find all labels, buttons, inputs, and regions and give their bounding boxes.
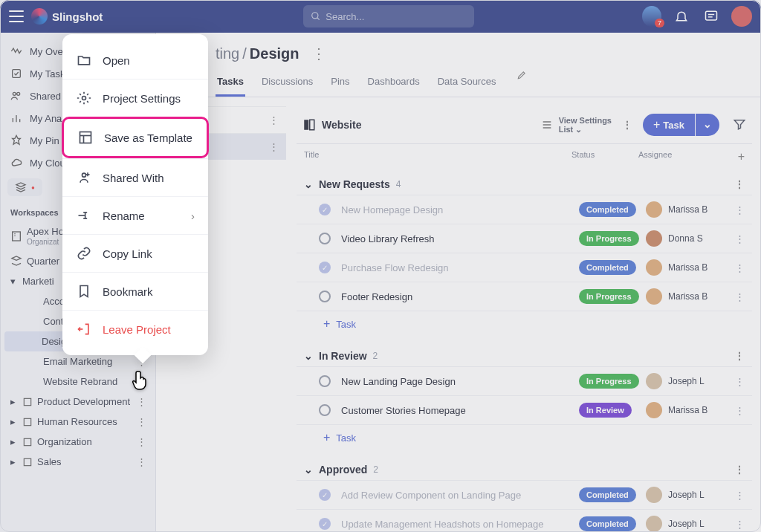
avatar-icon	[646, 516, 662, 532]
more-icon[interactable]: ⋮	[268, 114, 280, 126]
svg-point-27	[82, 173, 86, 177]
breadcrumb-more-icon[interactable]: ⋮	[311, 45, 326, 62]
plus-icon: +	[323, 317, 330, 331]
workspace-switcher[interactable]: ●	[7, 178, 42, 196]
assignee: Joseph L	[646, 516, 735, 532]
new-task-dropdown[interactable]: ⌄	[696, 114, 719, 136]
bell-icon[interactable]	[672, 7, 691, 26]
app-name: Slingshot	[52, 10, 103, 23]
task-row[interactable]: Purchase Flow RedesignCompletedMarissa B…	[297, 253, 752, 282]
task-title: New Homepage Design	[341, 204, 579, 215]
task-row[interactable]: Customer Stories HomepageIn ReviewMariss…	[297, 395, 752, 424]
tree-sales[interactable]: ▸ Sales ⋮	[0, 452, 155, 472]
top-bar: Slingshot Search... 7	[0, 0, 761, 33]
tree-more-icon[interactable]: ⋮	[135, 396, 148, 407]
chevron-down-icon: ⌄	[304, 350, 313, 362]
add-column-icon[interactable]: +	[738, 150, 745, 163]
list-header: Title Status Assignee +	[297, 144, 752, 169]
tab-discussions[interactable]: Discussions	[260, 70, 314, 97]
assignee: Marissa B	[646, 259, 735, 276]
app-logo[interactable]: Slingshot	[31, 8, 103, 25]
avatar-icon	[646, 402, 662, 418]
add-task-button[interactable]: +Task	[297, 311, 752, 337]
svg-rect-24	[80, 132, 91, 143]
edit-tabs-icon[interactable]	[516, 70, 527, 97]
chat-icon[interactable]	[702, 7, 721, 26]
task-row[interactable]: Video Library RefreshIn ProgressDonna S⋮	[297, 224, 752, 253]
row-more-icon[interactable]: ⋮	[735, 490, 745, 501]
board-icon	[302, 118, 316, 132]
view-settings[interactable]: View Settings List ⌄	[559, 116, 612, 134]
tab-data-sources[interactable]: Data Sources	[436, 70, 498, 97]
tree-hr[interactable]: ▸ Human Resources ⋮	[0, 412, 155, 432]
tab-dashboards[interactable]: Dashboards	[366, 70, 421, 97]
check-icon[interactable]	[319, 518, 331, 530]
group-header[interactable]: ⌄New Requests4⋮	[297, 174, 752, 195]
status-badge: In Progress	[579, 289, 639, 304]
task-row[interactable]: New Homepage DesignCompletedMarissa B⋮	[297, 195, 752, 224]
check-icon[interactable]	[319, 262, 331, 273]
chevron-down-icon: ⌄	[304, 464, 313, 476]
row-more-icon[interactable]: ⋮	[735, 204, 745, 215]
context-menu: OpenProject SettingsSave as TemplateShar…	[62, 34, 208, 355]
row-more-icon[interactable]: ⋮	[735, 262, 745, 273]
check-icon[interactable]	[319, 489, 331, 501]
assignee: Joseph L	[646, 373, 735, 389]
menu-item-copy-link[interactable]: Copy Link	[62, 234, 208, 272]
avatar-icon	[646, 487, 662, 503]
template-icon	[77, 129, 94, 146]
menu-item-leave-project[interactable]: Leave Project	[62, 310, 208, 348]
tree-organization[interactable]: ▸ Organization ⋮	[0, 432, 155, 452]
menu-item-open[interactable]: Open	[62, 42, 208, 79]
task-row[interactable]: Add Review Component on Landing PageComp…	[297, 480, 752, 509]
menu-item-bookmark[interactable]: Bookmark	[62, 272, 208, 310]
board-more-icon[interactable]: ⋮	[618, 119, 637, 131]
tab-tasks[interactable]: Tasks	[216, 70, 245, 97]
list-view-icon[interactable]	[541, 119, 553, 131]
status-badge: Completed	[579, 260, 636, 275]
circle-icon[interactable]	[319, 291, 331, 302]
rename-icon	[76, 207, 92, 224]
breadcrumb-seg-parent[interactable]: ting	[216, 45, 239, 62]
circle-icon[interactable]	[319, 233, 331, 244]
filter-icon[interactable]	[733, 117, 746, 133]
group-header[interactable]: ⌄Approved2⋮	[297, 459, 752, 480]
avatar-icon	[646, 288, 662, 305]
circle-icon[interactable]	[319, 404, 331, 416]
group-more-icon[interactable]: ⋮	[734, 178, 745, 190]
col-assignee: Assignee	[638, 150, 713, 163]
row-more-icon[interactable]: ⋮	[735, 291, 745, 302]
more-icon[interactable]: ⋮	[268, 141, 280, 152]
group-more-icon[interactable]: ⋮	[734, 350, 745, 362]
menu-item-project-settings[interactable]: Project Settings	[62, 79, 208, 117]
group-header[interactable]: ⌄In Review2⋮	[297, 346, 752, 366]
row-more-icon[interactable]: ⋮	[735, 233, 745, 244]
menu-item-save-as-template[interactable]: Save as Template	[62, 117, 209, 158]
row-more-icon[interactable]: ⋮	[735, 376, 745, 387]
circle-icon[interactable]	[319, 375, 331, 387]
task-title: Footer Redesign	[341, 291, 579, 302]
chevron-down-icon: ⌄	[304, 178, 313, 190]
task-row[interactable]: New Landing Page DesignIn ProgressJoseph…	[297, 366, 752, 395]
svg-line-1	[317, 18, 320, 20]
menu-item-shared-with[interactable]: Shared With	[62, 158, 208, 196]
row-more-icon[interactable]: ⋮	[735, 519, 745, 530]
svg-rect-17	[24, 458, 30, 465]
menu-icon[interactable]	[9, 10, 24, 22]
user-avatar[interactable]	[731, 6, 752, 27]
menu-item-rename[interactable]: Rename›	[62, 196, 208, 234]
add-task-button[interactable]: +Task	[297, 424, 752, 450]
tabs: Tasks Discussions Pins Dashboards Data S…	[156, 70, 761, 97]
task-title: Video Library Refresh	[341, 233, 579, 244]
help-avatar[interactable]: 7	[642, 7, 661, 26]
group-more-icon[interactable]: ⋮	[734, 464, 745, 476]
check-icon[interactable]	[319, 204, 331, 215]
chevron-right-icon: ›	[191, 210, 195, 222]
notification-badge: 7	[655, 19, 664, 27]
task-row[interactable]: Footer RedesignIn ProgressMarissa B⋮	[297, 282, 752, 311]
tab-pins[interactable]: Pins	[329, 70, 351, 97]
search-input[interactable]: Search...	[303, 5, 474, 27]
row-more-icon[interactable]: ⋮	[735, 405, 745, 416]
new-task-button[interactable]: +Task	[643, 114, 695, 136]
task-row[interactable]: Update Management Headshots on HomepageC…	[297, 509, 752, 532]
